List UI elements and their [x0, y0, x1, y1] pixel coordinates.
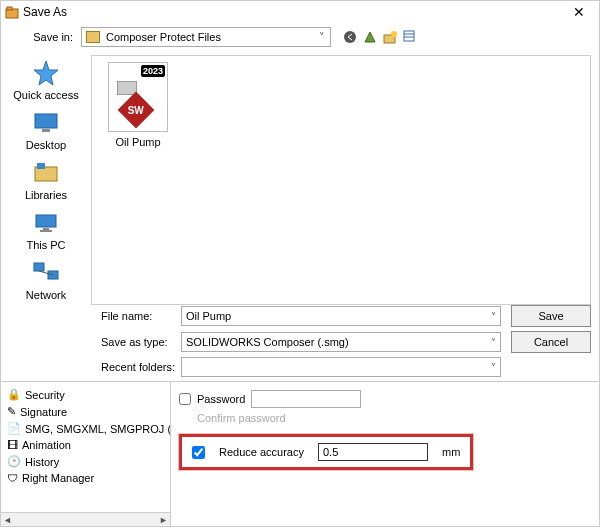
password-input[interactable] [251, 390, 361, 408]
up-icon[interactable] [363, 30, 377, 44]
chevron-down-icon: ˅ [491, 337, 496, 348]
save-in-value: Composer Protect Files [104, 31, 314, 43]
folder-icon [86, 31, 100, 43]
close-button[interactable]: ✕ [563, 4, 595, 20]
tree-item-security[interactable]: 🔒Security [3, 386, 168, 403]
year-badge: 2023 [141, 65, 165, 77]
file-thumbnail: 2023 SW [108, 62, 168, 132]
recent-folders-combo[interactable]: ˅ [181, 357, 501, 377]
svg-rect-8 [35, 114, 57, 128]
svg-rect-14 [40, 230, 52, 232]
network-icon [32, 259, 60, 287]
reduce-accuracy-input[interactable]: 0.5 [318, 443, 428, 461]
chevron-down-icon: ˅ [491, 311, 496, 322]
sw-logo-icon: SW [118, 92, 155, 129]
place-libraries[interactable]: Libraries [6, 159, 86, 201]
reduce-accuracy-label: Reduce accuracy [219, 446, 304, 458]
confirm-password-label: Confirm password [197, 412, 591, 424]
desktop-icon [32, 109, 60, 137]
chevron-down-icon: ˅ [314, 31, 330, 44]
film-icon: 🎞 [7, 439, 18, 451]
new-folder-icon[interactable] [383, 30, 397, 44]
svg-rect-12 [36, 215, 56, 227]
svg-rect-15 [34, 263, 44, 271]
form-rows: File name: Oil Pump ˅ Save Save as type:… [1, 305, 599, 377]
window-title: Save As [23, 5, 563, 19]
file-name-label: Oil Pump [115, 136, 160, 148]
save-type-value: SOLIDWORKS Composer (.smg) [186, 336, 349, 348]
clock-icon: 🕑 [7, 455, 21, 468]
tree-item-smg[interactable]: 📄SMG, SMGXML, SMGPROJ ( [3, 420, 168, 437]
save-type-combo[interactable]: SOLIDWORKS Composer (.smg) ˅ [181, 332, 501, 352]
security-detail: Password Confirm password Reduce accurac… [171, 382, 599, 526]
options-tree: 🔒Security ✎Signature 📄SMG, SMGXML, SMGPR… [1, 382, 171, 526]
place-network[interactable]: Network [6, 259, 86, 301]
place-label: Network [26, 289, 66, 301]
back-icon[interactable] [343, 30, 357, 44]
save-in-row: Save in: Composer Protect Files ˅ [1, 23, 599, 55]
svg-rect-1 [7, 7, 12, 10]
tree-scrollbar[interactable]: ◄ ► [1, 512, 170, 526]
tree-item-history[interactable]: 🕑History [3, 453, 168, 470]
place-desktop[interactable]: Desktop [6, 109, 86, 151]
place-label: Quick access [13, 89, 78, 101]
tree-item-animation[interactable]: 🎞Animation [3, 437, 168, 453]
password-checkbox[interactable] [179, 393, 191, 405]
pen-icon: ✎ [7, 405, 16, 418]
chevron-down-icon: ˅ [491, 362, 496, 373]
place-quick-access[interactable]: Quick access [6, 59, 86, 101]
toolbar-icons [343, 30, 417, 44]
filename-value: Oil Pump [186, 310, 231, 322]
svg-point-4 [391, 31, 397, 37]
file-item[interactable]: 2023 SW Oil Pump [98, 62, 178, 148]
svg-rect-11 [37, 163, 45, 169]
tree-item-signature[interactable]: ✎Signature [3, 403, 168, 420]
doc-icon: 📄 [7, 422, 21, 435]
place-label: Libraries [25, 189, 67, 201]
app-icon [5, 5, 19, 19]
lock-icon: 🔒 [7, 388, 21, 401]
libraries-icon [32, 159, 60, 187]
scroll-right-icon[interactable]: ► [159, 515, 168, 525]
recent-folders-label: Recent folders: [101, 361, 181, 373]
scroll-left-icon[interactable]: ◄ [3, 515, 12, 525]
svg-rect-13 [43, 228, 49, 230]
views-icon[interactable] [403, 30, 417, 44]
options-panel: 🔒Security ✎Signature 📄SMG, SMGXML, SMGPR… [1, 381, 599, 526]
tree-item-right-manager[interactable]: 🛡Right Manager [3, 470, 168, 486]
password-label: Password [197, 393, 245, 405]
place-this-pc[interactable]: This PC [6, 209, 86, 251]
svg-rect-10 [35, 167, 57, 181]
file-list-area[interactable]: 2023 SW Oil Pump [91, 55, 591, 305]
save-in-combo[interactable]: Composer Protect Files ˅ [81, 27, 331, 47]
place-label: Desktop [26, 139, 66, 151]
pc-icon [32, 209, 60, 237]
star-icon [32, 59, 60, 87]
filename-label: File name: [101, 310, 181, 322]
save-in-label: Save in: [9, 31, 81, 43]
reduce-accuracy-unit: mm [442, 446, 460, 458]
svg-rect-5 [404, 31, 414, 41]
save-type-label: Save as type: [101, 336, 181, 348]
places-bar: Quick access Desktop Libraries This PC N… [1, 55, 91, 305]
svg-point-2 [344, 31, 356, 43]
filename-input[interactable]: Oil Pump ˅ [181, 306, 501, 326]
reduce-accuracy-checkbox[interactable] [192, 446, 205, 459]
svg-rect-9 [42, 129, 50, 132]
reduce-accuracy-highlight: Reduce accuracy 0.5 mm [179, 434, 473, 470]
main-area: Quick access Desktop Libraries This PC N… [1, 55, 599, 305]
cancel-button[interactable]: Cancel [511, 331, 591, 353]
title-bar: Save As ✕ [1, 1, 599, 23]
save-button[interactable]: Save [511, 305, 591, 327]
shield-icon: 🛡 [7, 472, 18, 484]
place-label: This PC [26, 239, 65, 251]
